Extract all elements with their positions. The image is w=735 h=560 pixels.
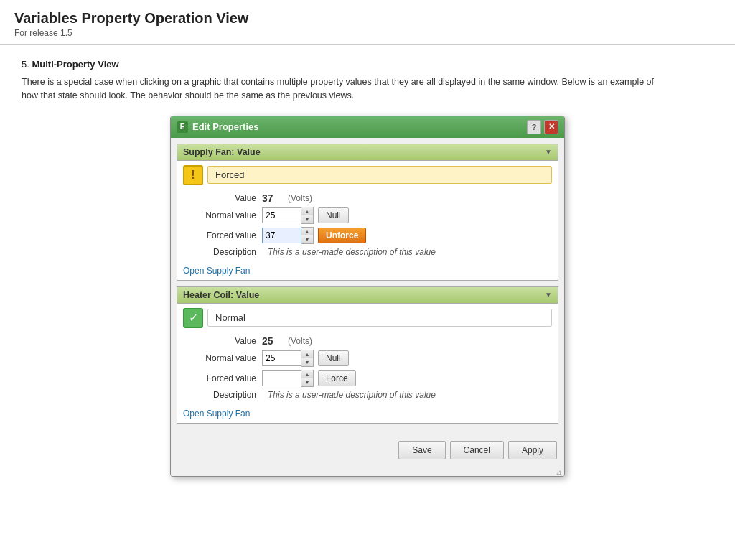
heater-coil-forced-value-row: Forced value ▲ ▼ Force (183, 370, 552, 387)
page-header: Variables Property Operation View For re… (0, 0, 735, 45)
heater-coil-value-label: Value (183, 336, 262, 346)
page-title: Variables Property Operation View (14, 10, 721, 27)
dialog-titlebar-left: E Edit Properties (177, 121, 258, 133)
save-button[interactable]: Save (398, 441, 445, 459)
supply-fan-forced-spin-buttons: ▲ ▼ (301, 227, 314, 244)
ok-icon: ✓ (183, 308, 203, 328)
supply-fan-forced-spin-up[interactable]: ▲ (301, 228, 313, 235)
dialog-footer: Save Cancel Apply (171, 435, 564, 467)
heater-coil-status-row: ✓ Normal (183, 308, 552, 328)
heater-coil-normal-input[interactable] (262, 350, 301, 366)
section-heading: Multi-Property View (32, 59, 118, 70)
heater-coil-force-button[interactable]: Force (318, 370, 356, 386)
supply-fan-forced-value-row: Forced value ▲ ▼ Unforce (183, 227, 552, 244)
section-desc: There is a special case when clicking on… (22, 75, 713, 103)
heater-coil-panel: Heater Coil: Value ▼ ✓ Normal Value 25 (177, 286, 558, 424)
supply-fan-forced-value-label: Forced value (183, 230, 262, 241)
heater-coil-desc-row: Description This is a user-made descript… (183, 390, 552, 400)
heater-coil-normal-value-label: Normal value (183, 353, 262, 363)
heater-coil-desc-label: Description (183, 390, 262, 400)
heater-coil-normal-spin-up[interactable]: ▲ (301, 350, 313, 358)
close-button[interactable]: ✕ (544, 120, 558, 134)
supply-fan-panel-header: Supply Fan: Value ▼ (177, 144, 558, 161)
supply-fan-normal-spin-buttons: ▲ ▼ (301, 207, 314, 224)
heater-coil-forced-spin-down[interactable]: ▼ (301, 378, 313, 386)
page-content: 5. Multi-Property View There is a specia… (0, 45, 735, 491)
dialog-titlebar: E Edit Properties ? ✕ (171, 116, 564, 138)
cancel-button[interactable]: Cancel (450, 441, 504, 459)
supply-fan-open-link[interactable]: Open Supply Fan (177, 264, 256, 280)
supply-fan-desc-text: This is a user-made description of this … (268, 247, 436, 257)
supply-fan-fields: Value 37 (Volts) Normal value (177, 190, 558, 264)
heater-coil-forced-spin-up[interactable]: ▲ (301, 370, 313, 378)
heater-coil-panel-title: Heater Coil: Value (183, 290, 259, 300)
dialog-title-text: Edit Properties (192, 121, 258, 132)
apply-button[interactable]: Apply (508, 441, 557, 459)
heater-coil-unit: (Volts) (288, 336, 312, 346)
resize-handle[interactable]: ⊿ (171, 467, 564, 476)
heater-coil-desc-text: This is a user-made description of this … (268, 390, 436, 400)
heater-coil-forced-input-group: ▲ ▼ Force (262, 370, 356, 387)
supply-fan-desc-label: Description (183, 247, 262, 257)
heater-coil-status-text: Normal (207, 309, 552, 327)
supply-fan-value-label: Value (183, 193, 262, 203)
heater-coil-value-row: Value 25 (Volts) (183, 335, 552, 347)
warning-icon: ! (183, 165, 203, 185)
heater-coil-value-display: 25 (262, 335, 284, 347)
supply-fan-panel: Supply Fan: Value ▼ ! Forced Value 37 (177, 144, 558, 281)
edit-properties-dialog: E Edit Properties ? ✕ Supply Fan: Value … (170, 116, 565, 477)
supply-fan-normal-spin-up[interactable]: ▲ (301, 207, 313, 215)
dialog-wrapper: E Edit Properties ? ✕ Supply Fan: Value … (22, 116, 713, 477)
supply-fan-normal-value-label: Normal value (183, 210, 262, 220)
supply-fan-forced-input[interactable] (262, 228, 301, 243)
heater-coil-panel-header: Heater Coil: Value ▼ (177, 287, 558, 304)
supply-fan-normal-input[interactable] (262, 207, 301, 223)
supply-fan-dropdown-icon[interactable]: ▼ (545, 148, 552, 156)
supply-fan-normal-spinbox[interactable]: ▲ ▼ (262, 207, 314, 224)
supply-fan-forced-input-group: ▲ ▼ Unforce (262, 227, 366, 244)
heater-coil-normal-input-group: ▲ ▼ Null (262, 350, 349, 367)
heater-coil-forced-spin-buttons: ▲ ▼ (301, 370, 314, 387)
dialog-titlebar-right: ? ✕ (527, 120, 558, 134)
heater-coil-fields: Value 25 (Volts) Normal value (177, 332, 558, 407)
supply-fan-value-row: Value 37 (Volts) (183, 192, 552, 204)
heater-coil-forced-input[interactable] (262, 370, 301, 386)
supply-fan-panel-title: Supply Fan: Value (183, 147, 261, 157)
supply-fan-normal-input-group: ▲ ▼ Null (262, 207, 349, 224)
heater-coil-dropdown-icon[interactable]: ▼ (545, 291, 552, 299)
supply-fan-unforce-button[interactable]: Unforce (318, 228, 366, 243)
supply-fan-status-row: ! Forced (183, 165, 552, 185)
help-button[interactable]: ? (527, 120, 541, 134)
page-subtitle: For release 1.5 (14, 28, 721, 38)
supply-fan-unit: (Volts) (288, 193, 312, 203)
heater-coil-forced-value-label: Forced value (183, 373, 262, 383)
supply-fan-forced-spinbox[interactable]: ▲ ▼ (262, 227, 314, 244)
dialog-body: Supply Fan: Value ▼ ! Forced Value 37 (171, 138, 564, 435)
supply-fan-value-display: 37 (262, 192, 284, 204)
supply-fan-forced-spin-down[interactable]: ▼ (301, 235, 313, 243)
heater-coil-forced-spinbox[interactable]: ▲ ▼ (262, 370, 314, 387)
section-number: 5. Multi-Property View (22, 59, 713, 70)
dialog-icon: E (177, 121, 188, 133)
heater-coil-normal-spinbox[interactable]: ▲ ▼ (262, 350, 314, 367)
heater-coil-normal-spin-buttons: ▲ ▼ (301, 350, 314, 367)
supply-fan-normal-spin-down[interactable]: ▼ (301, 215, 313, 223)
heater-coil-normal-spin-down[interactable]: ▼ (301, 358, 313, 366)
heater-coil-open-link[interactable]: Open Supply Fan (177, 407, 256, 423)
supply-fan-null-button[interactable]: Null (318, 207, 349, 223)
supply-fan-normal-value-row: Normal value ▲ ▼ Null (183, 207, 552, 224)
supply-fan-desc-row: Description This is a user-made descript… (183, 247, 552, 257)
supply-fan-status-text: Forced (207, 166, 552, 184)
heater-coil-null-button[interactable]: Null (318, 350, 349, 366)
heater-coil-normal-value-row: Normal value ▲ ▼ Null (183, 350, 552, 367)
